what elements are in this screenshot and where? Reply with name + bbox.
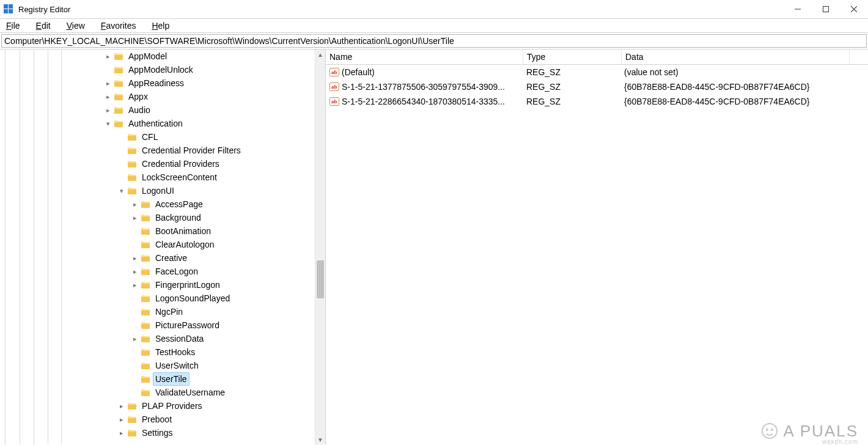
scrollbar-thumb[interactable] <box>317 260 324 298</box>
tree-node[interactable]: ▸ FaceLogon <box>0 265 315 278</box>
window-close-button[interactable] <box>840 0 868 18</box>
value-data: {60B78E88-EAD8-445C-9CFD-0B87F74EA6CD} <box>620 97 848 106</box>
menu-favorites[interactable]: Favorites <box>98 20 139 31</box>
tree-node-label: LockScreenContent <box>139 171 219 184</box>
tree-node[interactable]: ▸ AppReadiness <box>0 76 315 90</box>
folder-icon <box>141 280 150 290</box>
tree-node[interactable]: ClearAutologon <box>0 238 315 251</box>
value-data: {60B78E88-EAD8-445C-9CFD-0B87F74EA6CD} <box>620 82 848 92</box>
tree-node[interactable]: ▾ LogonUI <box>0 184 315 197</box>
expand-arrow-icon[interactable]: ▾ <box>104 119 112 128</box>
reg-string-icon <box>329 82 339 92</box>
tree-node-label: PLAP Providers <box>139 399 205 413</box>
tree-node[interactable]: TestHooks <box>0 345 315 359</box>
tree-node[interactable]: LockScreenContent <box>0 171 315 184</box>
svg-rect-2 <box>823 7 829 12</box>
tree-node-label: ClearAutologon <box>153 238 217 251</box>
expand-arrow-icon[interactable]: ▾ <box>117 186 126 195</box>
expand-arrow-icon[interactable]: ▸ <box>117 415 126 424</box>
value-row[interactable]: S-1-5-21-2286654340-1870380514-3335... R… <box>326 94 868 109</box>
tree-node-label: Appx <box>126 90 150 103</box>
tree-node[interactable]: Credential Providers <box>0 157 315 171</box>
tree-node[interactable]: LogonSoundPlayed <box>0 292 315 305</box>
value-type: REG_SZ <box>523 82 620 92</box>
tree-node[interactable]: ▸ Preboot <box>0 413 315 426</box>
expand-arrow-icon[interactable]: ▸ <box>117 428 126 437</box>
title-bar: Registry Editor <box>0 0 868 19</box>
folder-icon <box>141 253 150 263</box>
tree-node[interactable]: BootAnimation <box>0 224 315 238</box>
tree-node[interactable]: ▸ AppModel <box>0 50 315 63</box>
expand-arrow-icon[interactable]: ▸ <box>131 334 139 343</box>
tree-node-label: AppModel <box>126 50 169 63</box>
scrollbar-down-icon[interactable]: ▼ <box>315 435 325 444</box>
folder-icon <box>127 428 137 438</box>
tree-node-label: TestHooks <box>153 345 197 359</box>
expand-arrow-icon[interactable]: ▸ <box>117 402 126 410</box>
folder-icon <box>114 92 123 101</box>
tree-node-label: Settings <box>139 426 175 439</box>
menu-bar: File Edit View Favorites Help <box>0 19 868 33</box>
tree-node-label: NgcPin <box>153 305 185 318</box>
maximize-icon <box>823 6 829 12</box>
tree-node-label: Credential Providers <box>139 157 222 171</box>
value-name: S-1-5-21-1377875506-3059797554-3909... <box>342 82 505 92</box>
menu-edit[interactable]: Edit <box>34 20 53 31</box>
tree-node[interactable]: ▸ Audio <box>0 103 315 117</box>
tree-node-label: AppReadiness <box>126 76 186 90</box>
tree-node[interactable]: ▸ Settings <box>0 426 315 439</box>
column-name[interactable]: Name <box>326 50 523 64</box>
tree-node-label: LogonSoundPlayed <box>153 292 232 305</box>
tree-node-label: Audio <box>126 103 153 117</box>
tree-node[interactable]: ▸ Creative <box>0 251 315 265</box>
tree-node-label: Creative <box>153 251 189 265</box>
window-maximize-button[interactable] <box>812 0 840 18</box>
value-data: (value not set) <box>620 67 848 77</box>
tree-node[interactable]: ▸ FingerprintLogon <box>0 278 315 292</box>
expand-arrow-icon[interactable]: ▸ <box>131 200 139 208</box>
expand-arrow-icon[interactable]: ▸ <box>131 267 139 276</box>
tree-node[interactable]: ▸ SessionData <box>0 332 315 345</box>
column-type[interactable]: Type <box>523 50 622 64</box>
expand-arrow-icon[interactable]: ▸ <box>131 213 139 222</box>
menu-view[interactable]: View <box>64 20 87 31</box>
column-data[interactable]: Data <box>622 50 850 64</box>
expand-arrow-icon[interactable]: ▸ <box>104 79 112 87</box>
expand-arrow-icon[interactable]: ▸ <box>104 106 112 114</box>
expand-arrow-icon[interactable]: ▸ <box>104 52 112 61</box>
folder-icon <box>141 307 150 317</box>
value-row[interactable]: (Default) REG_SZ (value not set) <box>326 65 868 79</box>
tree-node[interactable]: ▸ Appx <box>0 90 315 103</box>
reg-string-icon <box>329 67 339 77</box>
menu-help[interactable]: Help <box>149 20 172 31</box>
value-type: REG_SZ <box>523 97 620 106</box>
expand-arrow-icon[interactable]: ▸ <box>104 92 112 101</box>
value-row[interactable]: S-1-5-21-1377875506-3059797554-3909... R… <box>326 79 868 94</box>
value-type: REG_SZ <box>523 67 620 77</box>
tree-node[interactable]: AppModelUnlock <box>0 63 315 76</box>
address-input[interactable] <box>1 34 867 48</box>
tree-scrollbar[interactable]: ▲ ▼ <box>315 50 325 444</box>
tree-node[interactable]: ▸ Background <box>0 211 315 224</box>
value-name: (Default) <box>342 67 375 77</box>
scrollbar-up-icon[interactable]: ▲ <box>315 50 325 59</box>
tree-node[interactable]: PicturePassword <box>0 318 315 332</box>
tree-node[interactable]: Credential Provider Filters <box>0 144 315 157</box>
tree-node[interactable]: ▾ Authentication <box>0 117 315 130</box>
tree-node[interactable]: ▸ AccessPage <box>0 197 315 211</box>
expand-arrow-icon[interactable]: ▸ <box>131 281 139 289</box>
tree-node-label: LogonUI <box>139 184 177 197</box>
expand-arrow-icon[interactable]: ▸ <box>131 254 139 262</box>
tree-node[interactable]: UserSwitch <box>0 359 315 372</box>
tree-node[interactable]: ▸ PLAP Providers <box>0 399 315 413</box>
folder-icon <box>127 145 137 155</box>
tree-node[interactable]: NgcPin <box>0 305 315 318</box>
tree-node-label: Authentication <box>126 117 185 130</box>
tree-node[interactable]: ValidateUsername <box>0 386 315 399</box>
tree-node[interactable]: UserTile <box>0 372 315 386</box>
menu-file[interactable]: File <box>4 20 23 31</box>
folder-icon <box>141 293 150 303</box>
tree-node[interactable]: CFL <box>0 130 315 144</box>
window-minimize-button[interactable] <box>784 0 812 18</box>
tree-node-label: FingerprintLogon <box>153 278 223 292</box>
